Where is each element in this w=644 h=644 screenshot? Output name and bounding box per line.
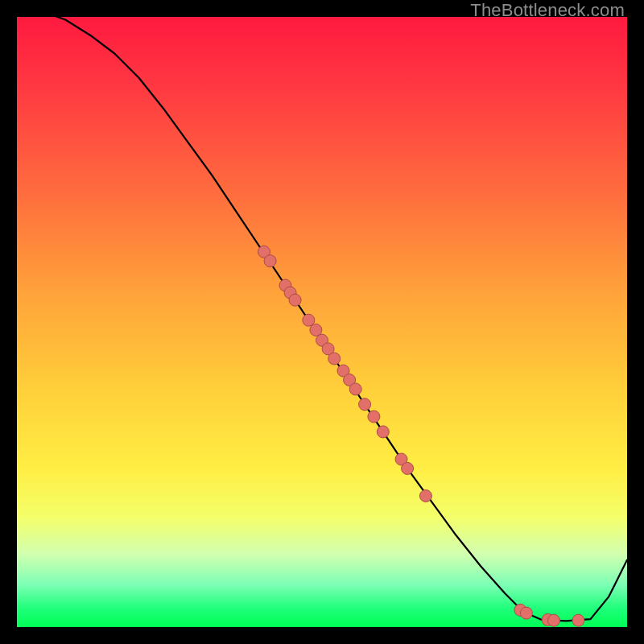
data-point: [572, 614, 584, 626]
chart-overlay: [17, 17, 627, 627]
data-point: [328, 353, 341, 365]
data-point: [548, 614, 560, 626]
data-point: [289, 294, 301, 306]
data-point: [402, 462, 414, 474]
data-point: [377, 426, 389, 438]
scatter-group: [258, 246, 584, 626]
data-point: [368, 411, 380, 423]
data-point: [359, 398, 371, 411]
data-point: [264, 255, 276, 267]
bottleneck-curve: [17, 5, 627, 621]
data-point: [349, 383, 361, 395]
chart-stage: TheBottleneck.com: [0, 0, 644, 644]
data-point: [520, 607, 532, 619]
data-point: [419, 490, 431, 502]
